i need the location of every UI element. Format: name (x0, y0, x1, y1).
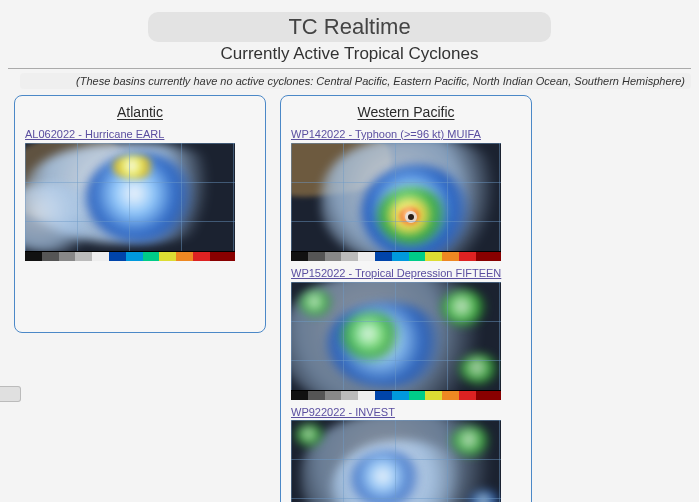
side-tab-icon[interactable] (0, 386, 21, 402)
sat-thumb-fifteen[interactable] (291, 282, 501, 400)
page-subtitle: Currently Active Tropical Cyclones (8, 44, 691, 64)
basin-panel-atlantic: Atlantic AL062022 - Hurricane EARL (14, 95, 266, 333)
storm-link-fifteen[interactable]: WP152022 - Tropical Depression FIFTEEN (291, 267, 521, 281)
storm-link-muifa[interactable]: WP142022 - Typhoon (>=96 kt) MUIFA (291, 128, 521, 142)
basin-panel-wpac: Western Pacific WP142022 - Typhoon (>=96… (280, 95, 532, 502)
title-banner: TC Realtime (8, 12, 691, 42)
basin-header-wpac: Western Pacific (291, 104, 521, 120)
page-title: TC Realtime (148, 12, 550, 42)
sat-thumb-invest92[interactable] (291, 420, 501, 502)
divider (8, 68, 691, 69)
sat-thumb-muifa[interactable] (291, 143, 501, 261)
storm-link-invest92[interactable]: WP922022 - INVEST (291, 406, 521, 420)
inactive-basins-note: (These basins currently have no active c… (20, 73, 691, 89)
storm-link-earl[interactable]: AL062022 - Hurricane EARL (25, 128, 255, 142)
basin-header-atlantic: Atlantic (25, 104, 255, 120)
basin-columns: Atlantic AL062022 - Hurricane EARL Weste… (8, 95, 691, 502)
sat-thumb-earl[interactable] (25, 143, 235, 261)
